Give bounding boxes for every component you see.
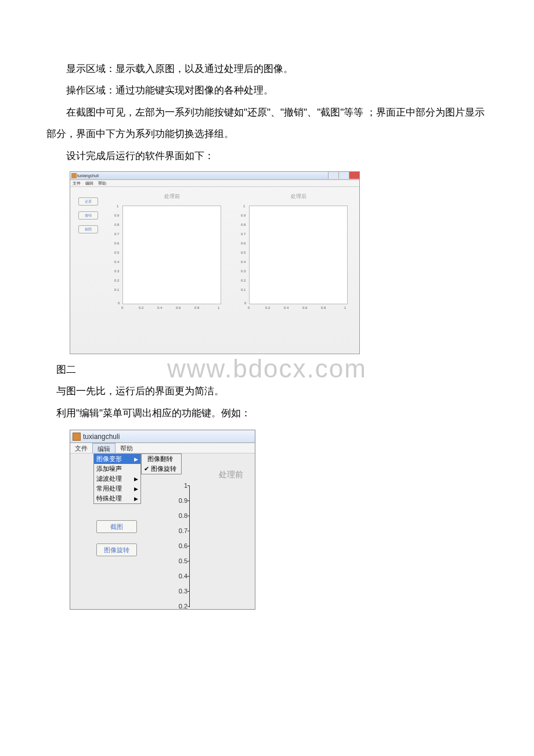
restore-button[interactable]: 还原 [78, 197, 98, 206]
submenu-arrow-icon: ▶ [134, 496, 138, 502]
chart-title-after: 处理后 [249, 193, 348, 200]
axis-tick: 0.5 [174, 557, 187, 564]
ytick: 0.6 [114, 242, 119, 245]
paragraph-design-intro: 设计完成后运行的软件界面如下： [46, 145, 488, 167]
menu-file[interactable]: 文件 [73, 181, 81, 185]
ytick: 0.6 [241, 242, 246, 245]
screenshot-app-1: tuxiangchuli 文件 编辑 帮助 还原 撤销 截图 处理前 处理后 1… [70, 171, 360, 354]
screenshot-button[interactable]: 截图 [78, 225, 98, 233]
xtick: 0.6 [302, 306, 307, 309]
menu-file-2[interactable]: 文件 [70, 443, 92, 453]
paragraph-screenshot-desc: 在截图中可见，左部为一系列功能按键如"还原"、"撤销"、"截图"等等 ；界面正中… [46, 102, 488, 145]
menu-item-add-noise[interactable]: 添加噪声 [94, 464, 140, 474]
screenshot-button-2[interactable]: 截图 [96, 520, 137, 533]
ytick: 0.9 [114, 214, 119, 217]
xtick: 0 [248, 306, 250, 309]
menu-edit-2[interactable]: 编辑 [92, 443, 116, 453]
window-buttons [328, 172, 359, 179]
ytick: 0.5 [241, 251, 246, 254]
minimize-button[interactable] [328, 172, 338, 179]
app-icon [73, 433, 81, 441]
undo-button[interactable]: 撤销 [78, 211, 98, 219]
axis-tick: 0.6 [174, 542, 187, 549]
chart-before [122, 206, 221, 304]
ytick: 0.4 [114, 260, 119, 264]
xtick: 1 [344, 306, 346, 309]
ytick: 0.2 [114, 279, 119, 282]
xtick: 0.8 [321, 306, 326, 309]
ytick: 0.9 [241, 214, 246, 217]
menu-bar-2: 文件 编辑 帮助 [70, 443, 255, 453]
menu-help-2[interactable]: 帮助 [116, 443, 138, 453]
xtick: 1 [218, 306, 219, 309]
title-bar: tuxiangchuli [70, 172, 359, 180]
ytick: 0.7 [241, 232, 246, 236]
ytick: 0.3 [241, 269, 246, 273]
chart-after [249, 206, 348, 304]
ytick: 0.4 [241, 260, 246, 264]
title-bar-2: tuxiangchuli [70, 430, 255, 443]
axis-tick: 0.7 [174, 527, 187, 534]
ytick: 0.8 [241, 223, 246, 226]
xtick: 0 [121, 306, 123, 309]
menu-edit[interactable]: 编辑 [85, 181, 93, 185]
window-title-2: tuxiangchuli [83, 433, 120, 441]
submenu-item-rotate[interactable]: ✔ 图像旋转 [142, 464, 181, 474]
paragraph-display-area: 显示区域：显示载入原图，以及通过处理后的图像。 [46, 58, 488, 80]
edit-dropdown: 图像变形▶ 添加噪声 滤波处理▶ 常用处理▶ 特殊处理▶ [93, 453, 141, 504]
chart-axis: 1 0.9 0.8 0.7 0.6 0.5 0.4 0.3 0.2 [189, 485, 253, 607]
axis-tick: 0.4 [174, 573, 187, 579]
ytick: 0.1 [241, 288, 246, 291]
chart-title-before: 处理前 [122, 193, 221, 200]
menu-item-image-transform[interactable]: 图像变形▶ [94, 454, 140, 464]
paragraph-edit-menu: 利用"编辑"菜单可调出相应的功能键。例如： [46, 402, 488, 424]
rotate-button[interactable]: 图像旋转 [96, 543, 137, 556]
axis-tick: 0.8 [174, 512, 187, 519]
axis-tick: 0.2 [174, 603, 187, 610]
menu-help[interactable]: 帮助 [98, 181, 106, 185]
menu-item-common[interactable]: 常用处理▶ [94, 484, 140, 494]
xtick: 0.2 [139, 306, 143, 309]
xtick: 0.2 [265, 306, 270, 309]
window-title: tuxiangchuli [77, 174, 99, 178]
xtick: 0.4 [157, 306, 162, 309]
submenu-arrow-icon: ▶ [134, 476, 138, 482]
app-icon [71, 173, 77, 178]
ytick: 0.5 [114, 251, 119, 254]
screenshot-app-2: tuxiangchuli 文件 编辑 帮助 图像变形▶ 添加噪声 滤波处理▶ 常… [70, 430, 255, 610]
axis-tick: 0.3 [174, 588, 187, 595]
ytick: 1 [117, 204, 118, 208]
submenu-arrow-icon: ▶ [134, 456, 138, 462]
ytick: 0.1 [114, 288, 119, 291]
close-button[interactable] [349, 172, 359, 179]
menu-item-filter[interactable]: 滤波处理▶ [94, 474, 140, 484]
paragraph-op-area: 操作区域：通过功能键实现对图像的各种处理。 [46, 80, 488, 101]
menu-item-special[interactable]: 特殊处理▶ [94, 494, 140, 503]
xtick: 0.4 [284, 306, 288, 309]
ytick: 1 [243, 204, 245, 208]
ytick: 0.2 [241, 279, 246, 282]
submenu-item-flip[interactable]: 图像翻转 [142, 454, 181, 464]
ytick: 0 [244, 301, 246, 305]
caption-figure-2: 图二 [46, 359, 488, 380]
axis-tick: 0.9 [174, 497, 187, 504]
xtick: 0.8 [194, 306, 199, 309]
ytick: 0.8 [114, 223, 119, 226]
axis-tick: 1 [174, 482, 187, 489]
submenu-arrow-icon: ▶ [134, 486, 138, 492]
xtick: 0.6 [176, 306, 181, 309]
transform-submenu: 图像翻转 ✔ 图像旋转 [141, 453, 182, 474]
maximize-button[interactable] [338, 172, 349, 179]
ytick: 0.7 [114, 232, 119, 236]
paragraph-compare: 与图一先比，运行后的界面更为简洁。 [46, 380, 488, 402]
ytick: 0 [118, 301, 120, 305]
chart-title-before-2: 处理前 [219, 470, 243, 480]
menu-bar: 文件 编辑 帮助 [70, 180, 359, 187]
ytick: 0.3 [114, 269, 119, 273]
